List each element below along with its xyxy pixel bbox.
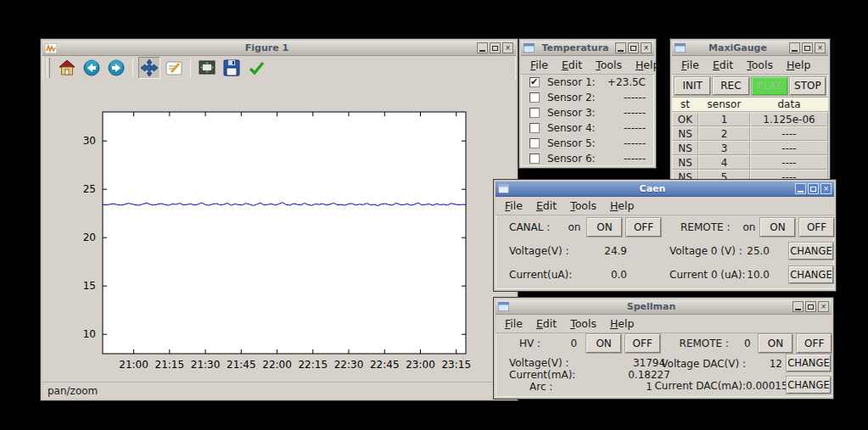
voltage-change-button[interactable]: CHANGE xyxy=(789,243,833,260)
sensor-row: Sensor 2: ------ xyxy=(521,90,654,105)
menu-tools[interactable]: Tools xyxy=(741,57,779,73)
sensor-value: ------ xyxy=(596,92,646,103)
menu-tools[interactable]: Tools xyxy=(564,316,602,332)
remote-on-button[interactable]: ON xyxy=(760,218,795,237)
window-icon xyxy=(675,43,686,53)
temperatura-titlebar[interactable]: Temperatura × xyxy=(521,41,654,56)
remote-on-button[interactable]: ON xyxy=(759,334,793,353)
column-header-data: data xyxy=(750,98,828,110)
column-header-st: st xyxy=(672,98,698,110)
hv-on-button[interactable]: ON xyxy=(586,334,621,353)
cell-sensor: 2 xyxy=(698,126,750,141)
rec-button[interactable]: REC xyxy=(713,77,748,95)
close-icon[interactable]: × xyxy=(641,42,652,53)
x-tick-label: 21:30 xyxy=(191,359,221,371)
menu-file[interactable]: File xyxy=(675,57,705,73)
maxigauge-window-title: MaxiGauge xyxy=(689,42,787,53)
caen-window-title: Caen xyxy=(512,183,792,194)
minimize-icon[interactable] xyxy=(795,183,806,194)
current-dac-change-button[interactable]: CHANGE xyxy=(787,377,831,394)
hv-label: HV : xyxy=(519,338,562,349)
sensor-4-checkbox[interactable] xyxy=(529,123,540,133)
figure-canvas[interactable]: 21:0021:1521:3021:4522:0022:1522:3022:45… xyxy=(42,80,516,382)
home-icon[interactable] xyxy=(56,57,78,79)
close-icon[interactable]: × xyxy=(818,301,829,312)
cell-data: ---- xyxy=(750,141,828,155)
play-button[interactable]: PLAY xyxy=(752,77,787,95)
menu-file[interactable]: File xyxy=(499,316,529,332)
menu-tools[interactable]: Tools xyxy=(590,57,628,73)
caen-channel-row: CANAL : on ON OFF REMOTE : on ON OFF xyxy=(496,215,834,239)
menu-edit[interactable]: Edit xyxy=(530,198,563,214)
sensor-3-checkbox[interactable] xyxy=(529,108,540,118)
spellman-titlebar[interactable]: Spellman × xyxy=(496,299,832,315)
figure-statusbar: pan/zoom xyxy=(42,382,516,399)
maximize-icon[interactable] xyxy=(490,42,501,53)
cell-sensor: 1 xyxy=(698,112,750,126)
window-icon xyxy=(524,43,535,53)
remote-off-button[interactable]: OFF xyxy=(797,334,832,353)
toolbar-separator xyxy=(132,59,133,77)
menu-tools[interactable]: Tools xyxy=(564,198,602,214)
init-button[interactable]: INIT xyxy=(675,77,710,95)
minimize-icon[interactable] xyxy=(615,42,626,53)
minimize-icon[interactable] xyxy=(789,42,800,53)
apply-check-icon[interactable] xyxy=(245,57,267,79)
remote-label: REMOTE : xyxy=(680,221,738,233)
pan-icon[interactable] xyxy=(138,57,160,79)
minimize-icon[interactable] xyxy=(792,301,804,312)
cell-status: OK xyxy=(672,112,698,126)
maxigauge-titlebar[interactable]: MaxiGauge × xyxy=(672,41,828,56)
menu-help[interactable]: Help xyxy=(604,316,641,332)
axes-area[interactable] xyxy=(103,112,466,354)
voltage-dac-change-button[interactable]: CHANGE xyxy=(787,355,831,371)
sensor-value: ------ xyxy=(596,122,646,134)
back-icon[interactable] xyxy=(81,57,103,79)
maximize-icon[interactable] xyxy=(808,183,819,194)
sensor-value: +23.5C xyxy=(596,76,646,88)
menu-edit[interactable]: Edit xyxy=(556,57,588,73)
remote-off-button[interactable]: OFF xyxy=(799,218,834,237)
close-icon[interactable]: × xyxy=(815,42,826,53)
canal-off-button[interactable]: OFF xyxy=(626,218,661,237)
configure-subplots-icon[interactable] xyxy=(196,57,218,79)
temperatura-menubar: File Edit Tools Help xyxy=(521,56,654,75)
edit-parameters-icon[interactable] xyxy=(163,57,185,79)
minimize-icon[interactable] xyxy=(477,42,488,53)
sensor-2-checkbox[interactable] xyxy=(529,92,540,103)
sensor-6-checkbox[interactable] xyxy=(529,154,540,164)
forward-icon[interactable] xyxy=(105,57,127,79)
close-icon[interactable]: × xyxy=(502,42,513,53)
menu-file[interactable]: File xyxy=(499,198,529,214)
maximize-icon[interactable] xyxy=(805,301,816,312)
maximize-icon[interactable] xyxy=(802,42,813,53)
sensor-5-checkbox[interactable] xyxy=(529,138,540,148)
sensor-label: Sensor 1: xyxy=(547,76,596,88)
menu-edit[interactable]: Edit xyxy=(707,57,739,73)
sensor-1-checkbox[interactable] xyxy=(529,77,540,87)
statusbar-mode-text: pan/zoom xyxy=(48,385,98,397)
caen-titlebar[interactable]: Caen × xyxy=(496,181,834,197)
save-icon[interactable] xyxy=(221,57,243,79)
current-change-button[interactable]: CHANGE xyxy=(789,266,833,283)
cell-status: NS xyxy=(672,126,698,141)
maximize-icon[interactable] xyxy=(628,42,639,53)
menu-help[interactable]: Help xyxy=(630,57,666,73)
menu-help[interactable]: Help xyxy=(604,198,641,214)
x-tick-label: 22:45 xyxy=(370,359,400,371)
spellman-window-title: Spellman xyxy=(512,301,790,312)
window-icon xyxy=(498,302,510,312)
x-tick-label: 23:00 xyxy=(406,359,435,371)
close-icon[interactable]: × xyxy=(820,183,832,194)
figure-titlebar[interactable]: Figure 1 × xyxy=(42,41,516,56)
remote-label: REMOTE : xyxy=(680,338,736,349)
stop-button[interactable]: STOP xyxy=(790,77,826,95)
toolbar-drag-handle[interactable] xyxy=(47,58,50,78)
caen-voltage-row: Voltage(V) : 24.9 Voltage 0 (V) : 25.0 C… xyxy=(496,239,834,263)
canal-on-button[interactable]: ON xyxy=(587,218,622,237)
hv-off-button[interactable]: OFF xyxy=(625,334,660,353)
menu-help[interactable]: Help xyxy=(781,57,817,73)
menu-file[interactable]: File xyxy=(524,57,554,73)
menu-edit[interactable]: Edit xyxy=(530,316,563,332)
figure-plot[interactable]: 21:0021:1521:3021:4522:0022:1522:3022:45… xyxy=(42,80,516,382)
